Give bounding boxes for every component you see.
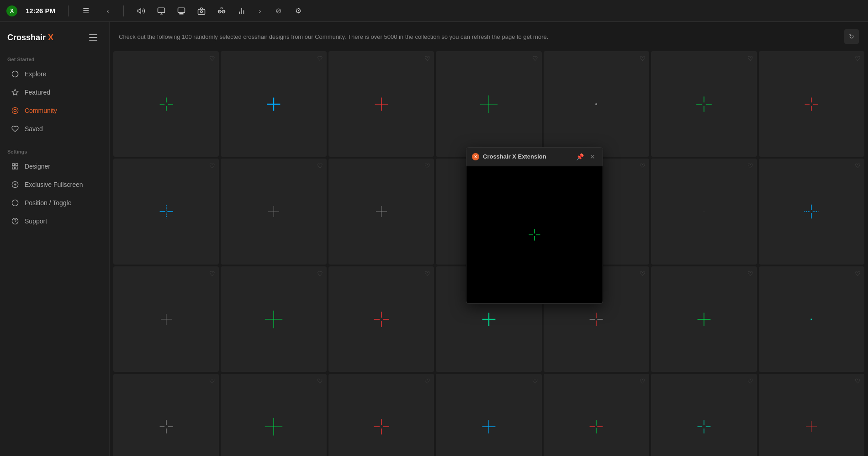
svg-point-61	[704, 211, 704, 212]
crosshair-svg	[693, 308, 715, 330]
crosshair-card[interactable]: ♡	[221, 266, 326, 372]
heart-button[interactable]: ♡	[855, 377, 861, 385]
heart-button[interactable]: ♡	[209, 377, 215, 385]
extension-body	[466, 166, 603, 303]
logo-text: Crosshair X	[7, 33, 53, 42]
monitor-icon-btn[interactable]	[173, 3, 190, 19]
crosshair-card[interactable]: ♡	[544, 51, 649, 157]
sidebar-item-community[interactable]: Community	[4, 102, 106, 119]
crosshair-card[interactable]: ♡	[436, 374, 541, 456]
sidebar-item-featured[interactable]: Featured	[4, 84, 106, 101]
crosshair-svg	[370, 93, 392, 115]
settings-icon-btn[interactable]: ⚙	[290, 3, 307, 19]
taskbar: X 12:26 PM ☰ ‹ › ⊘ ⚙	[0, 0, 868, 22]
sidebar-item-explore[interactable]: Explore	[4, 65, 106, 83]
crosshair-card[interactable]: ♡	[651, 159, 757, 264]
hamburger-line-2	[89, 37, 97, 38]
heart-button[interactable]: ♡	[747, 162, 753, 170]
crosshair-card[interactable]: ♡	[759, 374, 864, 456]
display-icon-btn[interactable]	[153, 3, 169, 19]
crosshair-card[interactable]: ♡	[113, 51, 219, 157]
crosshair-card[interactable]: ♡	[436, 51, 541, 157]
extension-title-text: Crosshair X Extension	[483, 153, 546, 160]
chart-icon-btn[interactable]	[233, 3, 250, 19]
heart-button[interactable]: ♡	[640, 55, 646, 62]
hamburger-btn[interactable]	[89, 31, 102, 44]
heart-button[interactable]: ♡	[747, 55, 753, 62]
crosshair-card[interactable]: ♡	[328, 51, 434, 157]
svg-marker-14	[12, 89, 18, 95]
crosshair-card[interactable]: ♡	[544, 374, 649, 456]
heart-button[interactable]: ♡	[209, 55, 215, 62]
sidebar-item-position-toggle[interactable]: Position / Toggle	[4, 194, 106, 212]
heart-button[interactable]: ♡	[424, 162, 430, 170]
heart-button[interactable]: ♡	[317, 162, 323, 170]
back-btn[interactable]: ‹	[101, 5, 114, 17]
heart-button[interactable]: ♡	[317, 270, 323, 277]
taskbar-sep-2	[123, 5, 124, 16]
close-popup-button[interactable]: ✕	[588, 152, 597, 161]
capture-icon-btn[interactable]	[193, 3, 210, 19]
crosshair-card[interactable]: ♡	[221, 374, 326, 456]
sidebar-item-support[interactable]: Support	[4, 212, 106, 230]
crosshair-svg	[370, 308, 392, 330]
heart-button[interactable]: ♡	[855, 270, 861, 277]
sidebar-designer-label: Designer	[25, 163, 50, 170]
heart-button[interactable]: ♡	[640, 377, 646, 385]
refresh-button[interactable]: ↻	[844, 29, 859, 44]
crosshair-card[interactable]: ♡	[759, 51, 864, 157]
designer-icon	[11, 162, 19, 170]
heart-button[interactable]: ♡	[640, 270, 646, 277]
crosshair-card[interactable]: ♡	[651, 266, 757, 372]
heart-button[interactable]: ♡	[532, 55, 538, 62]
svg-point-39	[596, 103, 598, 105]
crosshair-card[interactable]: ♡	[759, 266, 864, 372]
heart-button[interactable]: ♡	[747, 270, 753, 277]
crosshair-svg	[263, 201, 285, 223]
heart-button[interactable]: ♡	[424, 377, 430, 385]
sidebar-item-designer[interactable]: Designer	[4, 158, 106, 175]
heart-button[interactable]: ♡	[640, 162, 646, 170]
audio-icon-btn[interactable]	[133, 3, 149, 19]
crosshair-card[interactable]: ♡	[113, 159, 219, 264]
heart-button[interactable]: ♡	[747, 377, 753, 385]
crosshair-card[interactable]: ♡	[651, 374, 757, 456]
forward-btn[interactable]: ›	[254, 5, 266, 17]
crosshair-card[interactable]: ♡	[113, 266, 219, 372]
heart-button[interactable]: ♡	[424, 270, 430, 277]
sidebar-saved-label: Saved	[25, 125, 43, 133]
community-icon	[11, 106, 19, 115]
svg-point-16	[14, 109, 16, 111]
heart-button[interactable]: ♡	[209, 270, 215, 277]
crosshair-card[interactable]: ♡	[759, 159, 864, 264]
crosshair-svg	[263, 93, 285, 115]
sidebar-item-exclusive-fullscreen[interactable]: Exclusive Fullscreen	[4, 176, 106, 193]
heart-button[interactable]: ♡	[855, 162, 861, 170]
crosshair-svg	[155, 201, 177, 223]
svg-rect-1	[158, 8, 165, 13]
heart-button[interactable]: ♡	[532, 377, 538, 385]
crosshair-card[interactable]: ♡	[328, 266, 434, 372]
crosshair-card[interactable]: ♡	[328, 159, 434, 264]
crosshair-card[interactable]: ♡	[113, 374, 219, 456]
pin-button[interactable]: 📌	[575, 152, 584, 161]
binoculars-icon-btn[interactable]	[213, 3, 230, 19]
sidebar-item-saved[interactable]: Saved	[4, 120, 106, 138]
crosshair-card[interactable]: ♡	[221, 51, 326, 157]
list-icon-btn[interactable]: ☰	[78, 3, 94, 19]
hamburger-line-1	[89, 34, 97, 35]
heart-button[interactable]: ♡	[855, 55, 861, 62]
crosshair-card[interactable]: ♡	[221, 159, 326, 264]
heart-button[interactable]: ♡	[317, 55, 323, 62]
heart-button[interactable]: ♡	[424, 55, 430, 62]
crosshair-svg	[800, 416, 822, 438]
heart-button[interactable]: ♡	[209, 162, 215, 170]
crosshair-svg	[370, 416, 392, 438]
sidebar-community-label: Community	[25, 107, 57, 114]
crosshair-svg	[800, 201, 822, 223]
crosshair-card[interactable]: ♡	[651, 51, 757, 157]
crosshair-card[interactable]: ♡	[328, 374, 434, 456]
no-cross-icon-btn[interactable]: ⊘	[270, 3, 286, 19]
heart-button[interactable]: ♡	[317, 377, 323, 385]
svg-point-15	[12, 107, 18, 113]
